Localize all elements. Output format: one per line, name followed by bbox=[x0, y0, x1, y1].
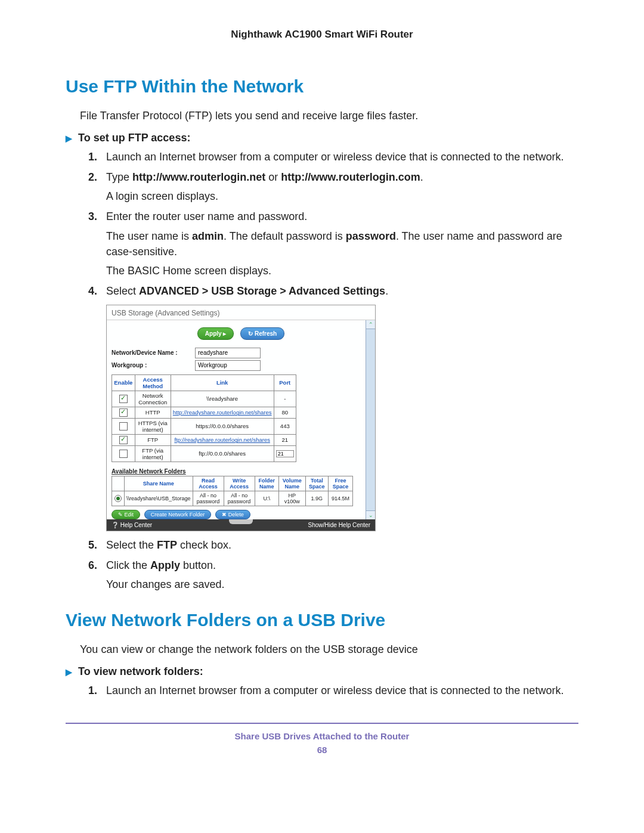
delete-button[interactable]: ✖ Delete bbox=[215, 510, 250, 519]
workgroup-label: Workgroup : bbox=[112, 362, 195, 368]
shot-title: USB Storage (Advanced Settings) bbox=[107, 305, 375, 320]
step-2-result: A login screen displays. bbox=[106, 188, 578, 204]
access-link[interactable]: http://readyshare.routerlogin.net/shares bbox=[173, 409, 272, 416]
col-enable: Enable bbox=[112, 374, 135, 391]
step-3: Enter the router user name and password.… bbox=[106, 209, 578, 278]
folder-row: \\readyshare\USB_Storage All - no passwo… bbox=[112, 491, 353, 506]
scroll-down-icon[interactable]: ⌄ bbox=[366, 510, 375, 519]
page-number: 68 bbox=[66, 745, 578, 755]
step-4: Select ADVANCED > USB Storage > Advanced… bbox=[106, 283, 578, 299]
create-folder-button[interactable]: Create Network Folder bbox=[144, 510, 212, 519]
section-heading-view-folders: View Network Folders on a USB Drive bbox=[66, 610, 578, 630]
workgroup-input[interactable] bbox=[195, 360, 261, 371]
folder-radio[interactable] bbox=[114, 495, 122, 502]
enable-checkbox[interactable] bbox=[119, 422, 128, 431]
device-name-label: Network/Device Name : bbox=[112, 349, 195, 356]
step-2: Type http://www.routerlogin.net or http:… bbox=[106, 169, 578, 204]
step-5: Select the FTP check box. bbox=[106, 537, 578, 553]
access-row: HTTPS (via internet)https://0.0.0.0/shar… bbox=[112, 418, 296, 434]
view-folders-procedure-heading: To view network folders: bbox=[78, 665, 203, 678]
help-center-link[interactable]: ❔ Help Center bbox=[112, 522, 152, 528]
view-step-1: Launch an Internet browser from a comput… bbox=[106, 683, 578, 698]
enable-checkbox[interactable] bbox=[119, 436, 128, 444]
section-heading-ftp: Use FTP Within the Network bbox=[66, 76, 578, 97]
enable-checkbox[interactable] bbox=[119, 450, 128, 458]
step-6: Click the Apply button. Your changes are… bbox=[106, 558, 578, 592]
folders-table: Share Name Read Access Write Access Fold… bbox=[112, 476, 353, 506]
footer-rule bbox=[66, 723, 578, 724]
col-folder: Folder Name bbox=[255, 476, 278, 491]
ftp-intro: File Transfer Protocol (FTP) lets you se… bbox=[80, 109, 578, 123]
port-input[interactable] bbox=[276, 450, 294, 457]
enable-checkbox[interactable] bbox=[119, 395, 128, 403]
footer-handle-icon[interactable] bbox=[229, 519, 253, 524]
col-method: Access Method bbox=[135, 374, 171, 391]
page-header-title: Nighthawk AC1900 Smart WiFi Router bbox=[66, 29, 578, 41]
view-folders-intro: You can view or change the network folde… bbox=[80, 642, 578, 657]
access-row: FTPftp://readyshare.routerlogin.net/shar… bbox=[112, 434, 296, 445]
access-row: Network Connection\\readyshare- bbox=[112, 391, 296, 407]
access-row: FTP (via internet)ftp://0.0.0.0/shares bbox=[112, 445, 296, 462]
access-method-table: Enable Access Method Link Port Network C… bbox=[112, 374, 296, 462]
available-folders-heading: Available Network Folders bbox=[112, 468, 370, 475]
enable-checkbox[interactable] bbox=[119, 408, 128, 417]
router-screenshot: USB Storage (Advanced Settings) Apply ▸ … bbox=[106, 305, 376, 531]
col-select bbox=[112, 476, 125, 491]
toggle-help-link[interactable]: Show/Hide Help Center bbox=[308, 522, 371, 528]
footer-text: Share USB Drives Attached to the Router bbox=[66, 731, 578, 741]
col-share: Share Name bbox=[125, 476, 193, 491]
col-port: Port bbox=[274, 374, 296, 391]
col-free: Free Space bbox=[329, 476, 353, 491]
ftp-procedure-heading: To set up FTP access: bbox=[78, 132, 190, 144]
col-total: Total Space bbox=[305, 476, 329, 491]
scrollbar[interactable]: ⌃ ⌄ bbox=[366, 320, 375, 519]
refresh-button[interactable]: ↻ Refresh bbox=[240, 327, 284, 340]
step-1: Launch an Internet browser from a comput… bbox=[106, 149, 578, 165]
col-write: Write Access bbox=[224, 476, 255, 491]
col-read: Read Access bbox=[193, 476, 224, 491]
scroll-up-icon[interactable]: ⌃ bbox=[366, 320, 375, 329]
edit-button[interactable]: ✎ Edit bbox=[112, 510, 140, 519]
col-link: Link bbox=[171, 374, 274, 391]
access-link[interactable]: ftp://readyshare.routerlogin.net/shares bbox=[174, 436, 270, 443]
col-volume: Volume Name bbox=[278, 476, 305, 491]
access-row: HTTPhttp://readyshare.routerlogin.net/sh… bbox=[112, 407, 296, 418]
device-name-input[interactable] bbox=[195, 348, 261, 358]
apply-button[interactable]: Apply ▸ bbox=[197, 327, 234, 340]
triangle-right-icon: ▶ bbox=[66, 134, 72, 143]
triangle-right-icon: ▶ bbox=[66, 667, 72, 677]
